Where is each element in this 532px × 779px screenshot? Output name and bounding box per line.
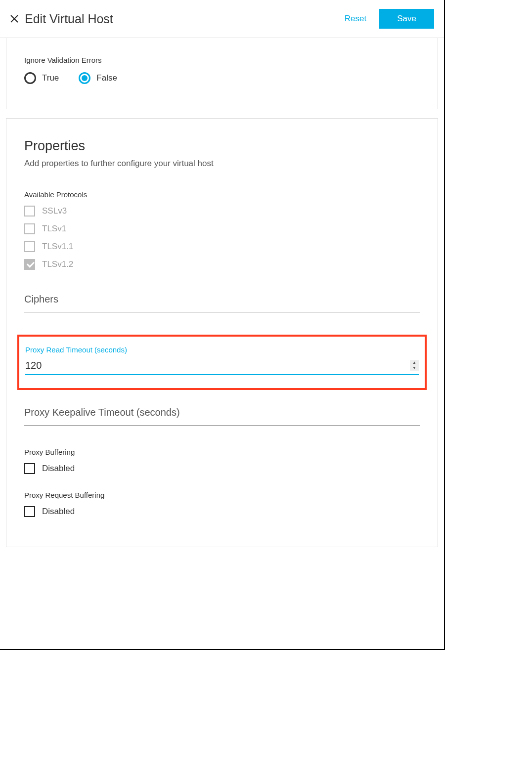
checkbox-icon (24, 463, 35, 474)
checkbox-label: Disabled (42, 507, 75, 517)
properties-card: Properties Add properties to further con… (6, 118, 438, 547)
dialog-header: Edit Virtual Host Reset Save (0, 0, 444, 38)
proxy-buffering-checkbox[interactable]: Disabled (24, 463, 420, 474)
proxy-read-timeout-field: ▲ ▼ (25, 357, 419, 375)
dialog-title: Edit Virtual Host (25, 12, 345, 26)
radio-icon (24, 72, 36, 84)
checkbox-icon (24, 223, 35, 234)
stepper-up-icon[interactable]: ▲ (410, 360, 419, 365)
checkbox-icon (24, 259, 35, 270)
proxy-request-buffering-label: Proxy Request Buffering (24, 491, 420, 499)
stepper-down-icon[interactable]: ▼ (410, 365, 419, 371)
radio-false[interactable]: False (79, 72, 117, 84)
checkbox-label: TLSv1.1 (42, 242, 73, 252)
save-button[interactable]: Save (379, 9, 434, 29)
checkbox-label: TLSv1.2 (42, 260, 73, 269)
available-protocols-label: Available Protocols (24, 190, 420, 199)
radio-true[interactable]: True (24, 72, 59, 84)
properties-subtitle: Add properties to further configure your… (24, 159, 420, 169)
radio-label: False (96, 73, 117, 83)
ignore-validation-label: Ignore Validation Errors (24, 56, 420, 64)
radio-label: True (42, 73, 59, 83)
ciphers-label: Ciphers (24, 294, 420, 308)
proxy-buffering-label: Proxy Buffering (24, 448, 420, 456)
checkbox-label: SSLv3 (42, 206, 67, 216)
proxy-keepalive-label: Proxy Keepalive Timeout (seconds) (24, 407, 420, 421)
dialog-content: Ignore Validation Errors True False Prop… (0, 38, 444, 562)
proxy-read-timeout-highlight: Proxy Read Timeout (seconds) ▲ ▼ (17, 335, 427, 390)
proxy-read-timeout-input[interactable] (25, 357, 410, 374)
checkbox-icon (24, 241, 35, 252)
proxy-keepalive-input[interactable] (24, 425, 420, 426)
radio-icon (79, 72, 90, 84)
checkbox-icon (24, 506, 35, 517)
proxy-read-timeout-label: Proxy Read Timeout (seconds) (25, 346, 419, 354)
reset-button[interactable]: Reset (345, 14, 366, 24)
proxy-request-buffering-checkbox[interactable]: Disabled (24, 506, 420, 517)
ignore-validation-radio-group: True False (24, 72, 420, 84)
protocols-checklist: SSLv3 TLSv1 TLSv1.1 TLSv1.2 (24, 206, 420, 270)
protocol-tlsv12[interactable]: TLSv1.2 (24, 259, 420, 270)
properties-title: Properties (24, 138, 420, 154)
protocol-tlsv11[interactable]: TLSv1.1 (24, 241, 420, 252)
checkbox-label: TLSv1 (42, 224, 66, 234)
checkbox-icon (24, 206, 35, 216)
validation-card: Ignore Validation Errors True False (6, 38, 438, 109)
number-stepper[interactable]: ▲ ▼ (410, 360, 419, 371)
close-icon[interactable] (9, 13, 20, 24)
ciphers-field: Ciphers (24, 294, 420, 317)
protocol-sslv3[interactable]: SSLv3 (24, 206, 420, 216)
protocol-tlsv1[interactable]: TLSv1 (24, 223, 420, 234)
proxy-keepalive-field: Proxy Keepalive Timeout (seconds) (24, 407, 420, 430)
checkbox-label: Disabled (42, 464, 75, 474)
ciphers-input[interactable] (24, 312, 420, 312)
